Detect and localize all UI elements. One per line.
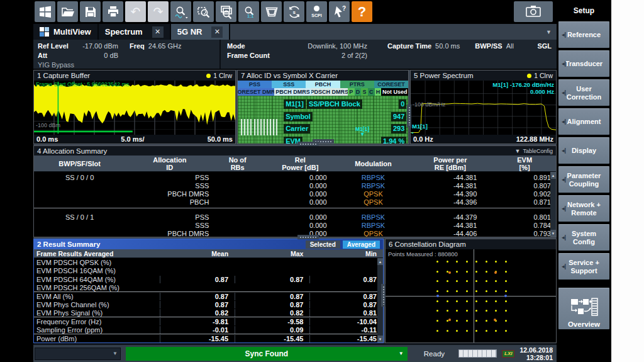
constellation-point xyxy=(466,300,468,302)
column-header-evm[interactable]: EVM [%] xyxy=(493,156,556,172)
scroll-down-icon[interactable]: ▼ xyxy=(377,336,383,342)
table-row[interactable]: EVM PDSCH 64QAM (%)0.870.870.87 xyxy=(34,275,383,283)
column-header-no-of[interactable]: No of RBs xyxy=(214,156,261,172)
overview-button[interactable]: Overview xyxy=(558,288,609,329)
constellation-point xyxy=(486,261,487,263)
allocation-scrollbar[interactable]: ▲ ▼ xyxy=(550,172,556,237)
table-config-button[interactable]: ▼ TableConfig xyxy=(515,148,553,154)
result-value: 0.87 xyxy=(235,276,309,283)
zoom-1to1-button[interactable]: 1:1 xyxy=(238,1,259,22)
column-header-allocation[interactable]: Allocation ID xyxy=(125,156,214,172)
constellation-point-highlight xyxy=(494,319,496,321)
zoom-trace-button[interactable] xyxy=(170,1,191,22)
column-header-frame-results-averaged[interactable]: Frame Results Averaged xyxy=(34,249,160,258)
help-button[interactable]: ? xyxy=(352,1,372,22)
save-button[interactable] xyxy=(80,1,101,22)
softkey-reference[interactable]: ◂|Reference xyxy=(558,21,609,48)
alloc-grid-plot[interactable]: M1[1]SS/PBCH Block0Symbol947M1[1]▼Carrie… xyxy=(238,96,408,144)
softkey-display[interactable]: ◂|Display xyxy=(558,137,609,164)
print-button[interactable] xyxy=(103,1,123,22)
screenshot-button[interactable] xyxy=(514,1,553,22)
display-window-button[interactable] xyxy=(261,1,282,22)
ref-level-value[interactable]: -17.00 dBm xyxy=(74,42,118,50)
close-icon[interactable]: ✕ xyxy=(152,26,164,38)
bwp-ss-value[interactable]: All xyxy=(506,42,514,50)
constellation-point xyxy=(456,300,458,302)
cell: 0.801 xyxy=(493,213,556,221)
column-header-rel[interactable]: Rel Power [dB] xyxy=(261,156,340,172)
table-row[interactable]: EVM Phys Channel (%)0.870.870.87 xyxy=(34,300,383,308)
view-tab-selected[interactable]: Selected xyxy=(306,240,340,249)
splitter-handle[interactable] xyxy=(297,142,319,146)
table-row[interactable]: Power (dBm)-15.45-15.45-15.45 xyxy=(34,334,383,342)
constellation-point xyxy=(436,320,438,322)
splitter-handle[interactable] xyxy=(297,235,319,239)
column-header-mean[interactable]: Mean xyxy=(160,249,235,258)
table-row[interactable]: EVM PDSCH 256QAM (%) xyxy=(34,284,383,292)
constellation-plot[interactable]: Points Measured : 880800 xyxy=(386,249,556,342)
splitter-handle[interactable] xyxy=(407,105,411,127)
sync-status-bar[interactable]: Sync Found ▼ xyxy=(126,347,408,361)
capture-buffer-plot[interactable]: Frame Start Offset : 5.966023542 ms -100… xyxy=(34,81,235,135)
table-row[interactable]: Sampling Error (ppm)-0.010.09-0.11 xyxy=(34,326,383,334)
view-tab-averaged[interactable]: Averaged xyxy=(343,240,380,249)
table-row[interactable]: PBCH DMRS0.000QPSK-44.4060.793 xyxy=(34,229,556,237)
table-row[interactable]: PBCH DMRS0.000QPSK-44.3900.902 xyxy=(34,189,556,198)
window-result-summary[interactable]: 2 Result Summary SelectedAveraged Frame … xyxy=(33,239,384,343)
table-row[interactable]: EVM All (%)0.870.870.87 xyxy=(34,292,383,300)
power-spectrum-plot[interactable]: M1[1] -176.20 dBm/Hz 0.000 Hz -100 dBm/H… xyxy=(411,81,556,135)
table-row[interactable]: PBCH0.000QPSK-44.3960.871 xyxy=(34,198,556,206)
window-power-spectrum[interactable]: 5 Power Spectrum 1 Clrw M1[1] -176.20 dB… xyxy=(410,70,557,144)
mode-value[interactable]: Downlink, 100 MHz xyxy=(293,42,367,50)
close-icon[interactable]: ✕ xyxy=(211,26,223,38)
tab-spectrum[interactable]: Spectrum✕ xyxy=(99,24,171,40)
frame-count-value[interactable]: 2 of 2(2) xyxy=(293,52,367,59)
table-row[interactable]: SSS0.000RBPSK-44.3810.807 xyxy=(34,181,556,189)
softkey-parameter-coupling[interactable]: ◂|Parameter Coupling xyxy=(558,166,609,193)
freq-value[interactable]: 24.65 GHz xyxy=(148,42,182,50)
column-header-min[interactable]: Min xyxy=(309,249,383,258)
table-row[interactable]: EVM PDSCH 16QAM (%) xyxy=(34,267,383,275)
softkey-alignment[interactable]: ◂|Alignment xyxy=(558,108,609,135)
status-dropdown[interactable]: ▼ xyxy=(35,348,121,360)
table-row[interactable]: SS / 0 / 1PSS0.000RBPSK-44.3790.801 xyxy=(34,213,556,221)
softkey-system-config[interactable]: ◂|System Config xyxy=(558,224,609,251)
allocation-summary-title: 4 Allocation Summary xyxy=(37,147,107,155)
softkey-network-remote[interactable]: ◂|Network + Remote xyxy=(558,195,609,222)
att-value[interactable]: 0 dB xyxy=(74,52,118,59)
multi-zoom-button[interactable] xyxy=(216,1,236,22)
table-row[interactable]: SSS0.000RBPSK-44.3810.784 xyxy=(34,221,556,229)
constellation-point xyxy=(486,300,487,302)
scroll-down-icon[interactable]: ▼ xyxy=(550,230,556,237)
column-header-power-per[interactable]: Power per RE [dBm] xyxy=(407,156,493,172)
table-row[interactable]: SS / 0 / 0PSS0.000RBPSK-44.3810.891 xyxy=(34,173,556,181)
softkey-transducer[interactable]: ◂|Transducer xyxy=(558,50,609,77)
softkey-user-correction[interactable]: ◂|User Correction xyxy=(558,79,609,106)
softkey-service-support[interactable]: ◂|Service + Support xyxy=(558,253,609,280)
zoom-selection-button[interactable] xyxy=(193,1,214,22)
tab-overflow-area[interactable]: ▼ xyxy=(230,24,557,40)
column-header-bwp-sf-slot[interactable]: BWP/SF/Slot xyxy=(34,159,125,168)
table-row[interactable]: EVM PDSCH QPSK (%) xyxy=(34,258,383,266)
table-row[interactable]: EVM Phys Signal (%)0.820.820.81 xyxy=(34,309,383,317)
scpi-button[interactable]: SCPI xyxy=(306,1,327,22)
marker-m1-value: M1[1] -176.20 dBm/Hz xyxy=(492,81,554,88)
window-constellation[interactable]: 6 Constellation Diagram Points Measured … xyxy=(385,239,557,343)
open-file-button[interactable] xyxy=(57,1,78,22)
table-row[interactable]: Frequency Error (Hz)-9.81-9.58-10.04 xyxy=(34,317,383,325)
capture-time-value[interactable]: 50.0 ms xyxy=(435,42,460,50)
tab-multiview[interactable]: MultiView xyxy=(33,24,99,40)
column-header-max[interactable]: Max xyxy=(235,249,309,258)
windows-button[interactable] xyxy=(35,1,55,22)
window-allocation-summary[interactable]: 4 Allocation Summary ▼ TableConfig BWP/S… xyxy=(33,145,557,237)
scroll-up-icon[interactable]: ▲ xyxy=(550,172,556,179)
single-sweep-button[interactable]: s xyxy=(284,1,304,22)
context-help-button[interactable]: ? xyxy=(329,1,350,22)
scroll-up-icon[interactable]: ▲ xyxy=(377,258,383,265)
window-capture-buffer[interactable]: 1 Capture Buffer 1 Clrw Frame Start Offs… xyxy=(33,70,236,144)
window-alloc-id[interactable]: 7 Alloc ID vs Symbol X Carrier PSSSSSPBC… xyxy=(237,70,409,144)
column-header-modulation[interactable]: Modulation xyxy=(340,159,408,168)
splitter-handle[interactable] xyxy=(381,284,386,307)
result-label: EVM All (%) xyxy=(34,293,160,300)
tab-5g-nr[interactable]: 5G NR✕ xyxy=(171,24,231,40)
